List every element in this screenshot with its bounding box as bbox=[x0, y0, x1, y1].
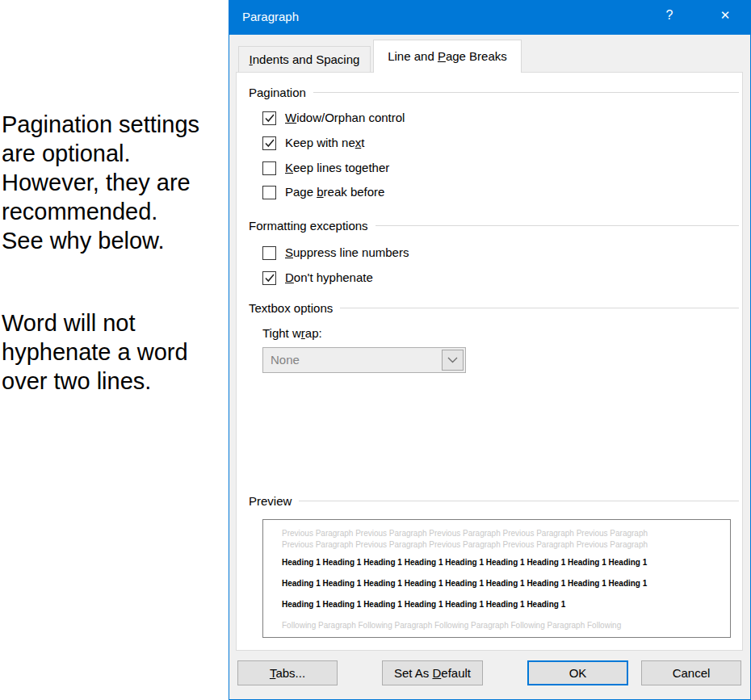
checkbox-label: Keep with next bbox=[283, 136, 366, 150]
preview-heading-line: Heading 1 Heading 1 Heading 1 Heading 1 … bbox=[282, 579, 725, 589]
checkbox-box bbox=[262, 271, 276, 285]
checkbox-label: Keep lines together bbox=[283, 161, 391, 175]
dialog-title: Paragraph bbox=[242, 10, 299, 23]
divider bbox=[340, 308, 739, 308]
preview-following-paragraph-line: Following Paragraph Following Paragraph … bbox=[282, 621, 725, 631]
checkmark-icon bbox=[265, 114, 275, 123]
checkbox-dont-hyphenate[interactable]: Don't hyphenate bbox=[262, 270, 375, 285]
group-label: Formatting exceptions bbox=[249, 219, 368, 233]
checkbox-label: Page break before bbox=[283, 185, 386, 199]
checkbox-label: Suppress line numbers bbox=[283, 245, 410, 260]
group-label: Pagination bbox=[249, 86, 306, 99]
divider bbox=[299, 501, 739, 501]
tight-wrap-dropdown[interactable]: None bbox=[262, 347, 466, 373]
checkbox-widow-orphan-control[interactable]: Widow/Orphan control bbox=[262, 111, 406, 125]
preview-heading-line: Heading 1 Heading 1 Heading 1 Heading 1 … bbox=[282, 558, 725, 568]
checkbox-box bbox=[262, 136, 276, 150]
preview-heading-line: Heading 1 Heading 1 Heading 1 Heading 1 … bbox=[282, 600, 725, 610]
chevron-down-icon[interactable] bbox=[442, 350, 464, 371]
title-bar[interactable]: Paragraph ? ✕ bbox=[229, 1, 750, 35]
divider bbox=[376, 225, 739, 226]
checkbox-box bbox=[262, 246, 276, 260]
checkbox-box bbox=[262, 161, 276, 175]
group-header-formatting-exceptions: Formatting exceptions bbox=[249, 219, 739, 233]
help-icon[interactable]: ? bbox=[660, 8, 679, 23]
tab-indents-and-spacing[interactable]: Indents and Spacing bbox=[238, 46, 371, 73]
checkbox-label: Widow/Orphan control bbox=[283, 111, 406, 125]
close-icon[interactable]: ✕ bbox=[713, 8, 737, 23]
group-header-textbox-options: Textbox options bbox=[249, 301, 739, 315]
checkbox-suppress-line-numbers[interactable]: Suppress line numbers bbox=[262, 245, 410, 260]
ok-button[interactable]: OK bbox=[527, 660, 628, 685]
cancel-button[interactable]: Cancel bbox=[641, 660, 741, 685]
tab-page-line-and-page-breaks: Pagination Widow/Orphan control Keep wit… bbox=[236, 72, 743, 651]
group-label: Textbox options bbox=[249, 301, 333, 315]
checkbox-box bbox=[262, 111, 276, 125]
checkmark-icon bbox=[265, 274, 275, 283]
group-header-pagination: Pagination bbox=[249, 86, 739, 99]
divider bbox=[313, 92, 739, 93]
paragraph-dialog: Paragraph ? ✕ Indents and Spacing Line a… bbox=[229, 0, 751, 700]
preview-previous-paragraph-line: Previous Paragraph Previous Paragraph Pr… bbox=[282, 529, 725, 539]
preview-previous-paragraph-line: Previous Paragraph Previous Paragraph Pr… bbox=[282, 540, 725, 550]
checkmark-icon bbox=[265, 139, 275, 148]
group-label: Preview bbox=[249, 494, 292, 508]
tight-wrap-label: Tight wrap: bbox=[262, 326, 322, 340]
checkbox-box bbox=[262, 186, 276, 199]
note-paragraph-1: Pagination settings are optional. Howeve… bbox=[2, 110, 228, 255]
annotation-note: Pagination settings are optional. Howeve… bbox=[2, 81, 228, 425]
dropdown-selected-value: None bbox=[271, 353, 300, 367]
checkbox-label: Don't hyphenate bbox=[283, 270, 375, 285]
checkbox-page-break-before[interactable]: Page break before bbox=[262, 185, 386, 199]
checkbox-keep-lines-together[interactable]: Keep lines together bbox=[262, 161, 391, 175]
tab-line-and-page-breaks[interactable]: Line and Page Breaks bbox=[373, 40, 522, 73]
tabs-button[interactable]: Tabs... bbox=[237, 660, 338, 685]
preview-box: Previous Paragraph Previous Paragraph Pr… bbox=[262, 519, 731, 638]
group-header-preview: Preview bbox=[249, 494, 739, 508]
set-as-default-button[interactable]: Set As Default bbox=[382, 660, 483, 685]
checkbox-keep-with-next[interactable]: Keep with next bbox=[262, 136, 366, 150]
note-paragraph-2: Word will not hyphenate a word over two … bbox=[2, 308, 228, 396]
